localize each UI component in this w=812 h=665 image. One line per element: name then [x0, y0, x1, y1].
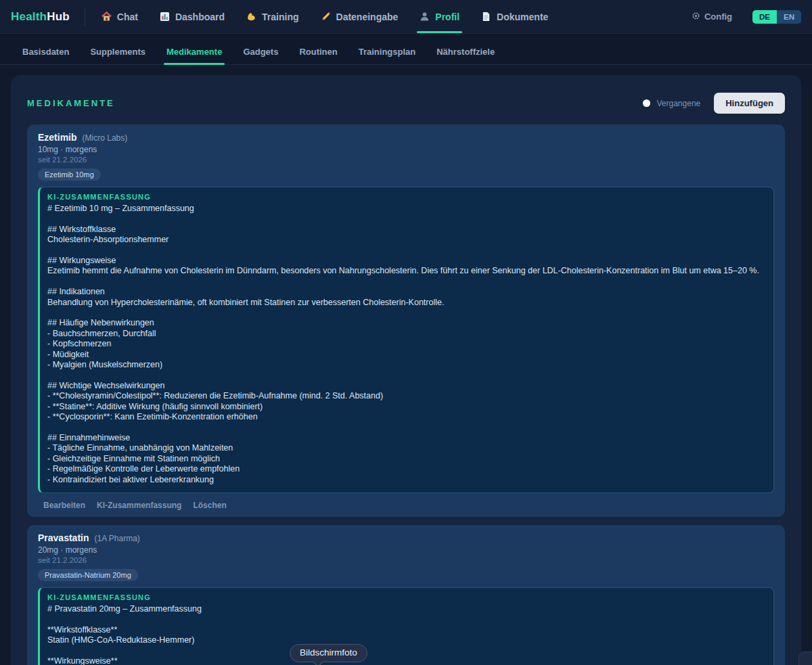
- nav-item-label: Dokumente: [497, 12, 548, 22]
- lang-en-button[interactable]: EN: [777, 10, 801, 24]
- nav-item-training[interactable]: Training: [246, 0, 298, 33]
- medication-name: Ezetimib: [38, 132, 77, 143]
- medication-card-pravastatin: Pravastatin (1A Pharma) 20mg · morgens s…: [27, 525, 785, 665]
- logo-rest-text: Hub: [47, 10, 70, 23]
- house-icon: [102, 12, 112, 22]
- past-medications-label: Vergangene: [657, 99, 701, 108]
- main-nav: Chat Dashboard Training Dateneingabe Pro…: [102, 0, 549, 33]
- edit-button[interactable]: Bearbeiten: [43, 501, 85, 510]
- nav-item-chat[interactable]: Chat: [102, 0, 138, 33]
- medications-panel: MEDIKAMENTE Vergangene Hinzufügen Ezetim…: [11, 75, 801, 665]
- medication-manufacturer: (Micro Labs): [83, 133, 128, 143]
- tab-supplements[interactable]: Supplements: [89, 47, 147, 64]
- medication-name: Pravastatin: [38, 532, 89, 543]
- add-medication-button[interactable]: Hinzufügen: [714, 93, 785, 114]
- page-title: MEDIKAMENTE: [27, 98, 115, 108]
- lang-de-button[interactable]: DE: [752, 10, 777, 24]
- medication-dose: 20mg · morgens: [38, 545, 774, 555]
- panel-controls: Vergangene Hinzufügen: [643, 93, 786, 114]
- ai-summary-box: KI-ZUSAMMENFASSUNG # Ezetimib 10 mg – Zu…: [38, 187, 774, 493]
- bar-chart-icon: [160, 12, 170, 22]
- flexed-biceps-icon: [246, 12, 256, 22]
- card-title-row: Ezetimib (Micro Labs): [38, 132, 774, 143]
- ai-summary-box: KI-ZUSAMMENFASSUNG # Pravastatin 20mg – …: [38, 587, 774, 665]
- ai-summary-button[interactable]: KI-Zusammenfassung: [97, 501, 181, 510]
- tab-gadgets[interactable]: Gadgets: [242, 47, 279, 64]
- ai-summary-label: KI-ZUSAMMENFASSUNG: [47, 593, 765, 601]
- medication-manufacturer: (1A Pharma): [94, 534, 139, 543]
- ai-summary-content: # Ezetimib 10 mg – Zusammenfassung ## Wi…: [47, 204, 765, 485]
- ai-summary-content: # Pravastatin 20mg – Zusammenfassung **W…: [47, 604, 765, 665]
- person-icon: [420, 12, 430, 22]
- tab-naehrstoffziele[interactable]: Nährstoffziele: [435, 47, 496, 64]
- gear-icon: [692, 12, 700, 22]
- panel-header: MEDIKAMENTE Vergangene Hinzufügen: [27, 93, 785, 114]
- nav-item-profil[interactable]: Profil: [420, 0, 459, 33]
- document-icon: [481, 12, 491, 22]
- language-toggle: DE EN: [752, 10, 801, 24]
- medication-since: seit 21.2.2026: [38, 156, 774, 164]
- medication-tag-badge: Ezetimib 10mg: [38, 168, 101, 181]
- tab-trainingsplan[interactable]: Trainingsplan: [357, 47, 418, 64]
- config-label: Config: [704, 12, 732, 22]
- nav-item-label: Profil: [435, 12, 459, 22]
- nav-item-label: Dashboard: [175, 12, 225, 22]
- medication-dose: 10mg · morgens: [38, 145, 774, 154]
- top-navigation: HealthHub Chat Dashboard Training Daten: [0, 0, 812, 34]
- card-actions: Bearbeiten KI-Zusammenfassung Löschen: [38, 501, 774, 510]
- tab-basisdaten[interactable]: Basisdaten: [21, 47, 70, 64]
- floating-corner-element: [798, 651, 812, 665]
- ai-summary-label: KI-ZUSAMMENFASSUNG: [47, 193, 765, 201]
- medication-tag-badge: Pravastatin-Natrium 20mg: [38, 569, 138, 581]
- nav-item-dashboard[interactable]: Dashboard: [160, 0, 225, 33]
- nav-item-label: Training: [262, 12, 298, 22]
- profile-tab-bar: Basisdaten Supplements Medikamente Gadge…: [0, 34, 812, 65]
- card-title-row: Pravastatin (1A Pharma): [38, 532, 774, 543]
- nav-item-label: Chat: [117, 12, 138, 22]
- pencil-icon: [321, 12, 331, 22]
- topnav-right: Config DE EN: [692, 10, 801, 24]
- nav-item-label: Dateneingabe: [336, 12, 399, 22]
- app-logo[interactable]: HealthHub: [11, 10, 70, 24]
- past-medications-checkbox[interactable]: [643, 99, 650, 107]
- nav-item-dateneingabe[interactable]: Dateneingabe: [321, 0, 399, 33]
- tab-medikamente[interactable]: Medikamente: [165, 47, 223, 64]
- tab-routinen[interactable]: Routinen: [298, 47, 338, 64]
- medication-since: seit 21.2.2026: [38, 556, 774, 564]
- logo-accent-text: Health: [11, 10, 47, 23]
- nav-divider: [85, 8, 85, 26]
- delete-button[interactable]: Löschen: [193, 501, 226, 510]
- medication-card-ezetimib: Ezetimib (Micro Labs) 10mg · morgens sei…: [27, 124, 785, 517]
- config-button[interactable]: Config: [692, 12, 732, 22]
- nav-item-dokumente[interactable]: Dokumente: [481, 0, 548, 33]
- screenshot-tooltip: Bildschirmfoto: [290, 644, 367, 662]
- tooltip-label: Bildschirmfoto: [300, 647, 357, 658]
